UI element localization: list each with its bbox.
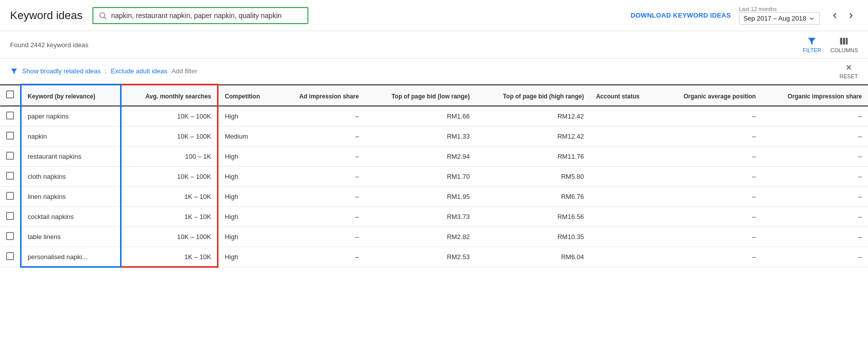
filter-button[interactable]: FILTER [803,36,821,53]
monthly-searches-cell: 100 – 1K [121,147,218,167]
header-checkbox[interactable] [6,90,14,98]
keyword-cell: cloth napkins [21,167,121,187]
filter-bar-icon [10,67,18,75]
monthly-searches-cell: 1K – 10K [121,187,218,207]
exclude-adult-ideas-link[interactable]: Exclude adult ideas [111,67,167,75]
organic-avg-cell: – [658,167,762,187]
table-row: paper napkins 10K – 100K High – RM1.66 R… [0,106,868,127]
top-low-column-header: Top of page bid (low range) [365,85,476,106]
keyword-column-header: Keyword (by relevance) [21,85,121,106]
svg-rect-3 [843,38,845,44]
search-input[interactable] [111,12,302,20]
account-status-cell [590,127,658,147]
top-low-cell: RM3.73 [365,207,476,227]
reset-button[interactable]: ✕ RESET [839,63,858,79]
columns-icon [839,36,849,46]
organic-imp-cell: – [762,247,868,267]
competition-cell: High [218,147,277,167]
competition-cell: High [218,187,277,207]
table-row: cloth napkins 10K – 100K High – RM1.70 R… [0,167,868,187]
row-checkbox-cell[interactable] [0,247,21,267]
subheader: Found 2442 keyword ideas FILTER COLUMNS [0,31,868,59]
add-filter-link[interactable]: Add filter [171,67,197,75]
table-header-row: Keyword (by relevance) Avg. monthly sear… [0,85,868,106]
row-checkbox[interactable] [6,252,14,260]
monthly-searches-cell: 1K – 10K [121,247,218,267]
top-low-cell: RM2.53 [365,247,476,267]
competition-cell: High [218,106,277,127]
organic-imp-cell: – [762,207,868,227]
table-row: linen napkins 1K – 10K High – RM1.95 RM6… [0,187,868,207]
competition-cell: High [218,247,277,267]
row-checkbox-cell[interactable] [0,227,21,247]
organic-avg-cell: – [658,247,762,267]
monthly-searches-column-header: Avg. monthly searches [121,85,218,106]
top-high-cell: RM12.42 [476,106,590,127]
top-high-cell: RM10.35 [476,227,590,247]
row-checkbox[interactable] [6,232,14,240]
checkbox-header[interactable] [0,85,21,106]
row-checkbox-cell[interactable] [0,187,21,207]
row-checkbox[interactable] [6,212,14,220]
monthly-searches-cell: 10K – 100K [121,167,218,187]
ad-impression-column-header: Ad impression share [277,85,365,106]
row-checkbox[interactable] [6,132,14,140]
close-icon: ✕ [845,63,852,72]
organic-avg-cell: – [658,106,762,127]
nav-arrows [828,9,858,23]
competition-column-header: Competition [218,85,277,106]
top-low-cell: RM1.95 [365,187,476,207]
row-checkbox[interactable] [6,111,14,120]
svg-point-0 [100,13,105,18]
ad-impression-cell: – [277,106,365,127]
top-high-cell: RM5.80 [476,167,590,187]
ad-impression-cell: – [277,207,365,227]
svg-rect-4 [846,38,848,44]
account-status-cell [590,106,658,127]
account-status-cell [590,167,658,187]
keyword-cell: restaurant napkins [21,147,121,167]
monthly-searches-cell: 10K – 100K [121,106,218,127]
row-checkbox-cell[interactable] [0,167,21,187]
top-high-column-header: Top of page bid (high range) [476,85,590,106]
row-checkbox-cell[interactable] [0,127,21,147]
table-row: table linens 10K – 100K High – RM2.82 RM… [0,227,868,247]
header: Keyword ideas DOWNLOAD KEYWORD IDEAS Las… [0,0,868,31]
date-selector[interactable]: Sep 2017 – Aug 2018 [739,12,820,25]
organic-avg-cell: – [658,207,762,227]
row-checkbox[interactable] [6,192,14,200]
organic-imp-cell: – [762,106,868,127]
next-arrow[interactable] [844,9,858,23]
row-checkbox[interactable] [6,152,14,160]
download-keyword-ideas-link[interactable]: DOWNLOAD KEYWORD IDEAS [631,12,731,19]
search-box[interactable] [92,7,308,24]
page-title: Keyword ideas [10,9,82,22]
svg-line-1 [104,17,106,19]
ad-impression-cell: – [277,167,365,187]
date-range-value: Sep 2017 – Aug 2018 [743,15,806,22]
top-low-cell: RM1.66 [365,106,476,127]
keyword-cell: linen napkins [21,187,121,207]
columns-button[interactable]: COLUMNS [830,36,858,53]
show-broadly-related-link[interactable]: Show broadly related ideas [22,67,101,75]
row-checkbox-cell[interactable] [0,147,21,167]
keyword-cell: cocktail napkins [21,207,121,227]
row-checkbox-cell[interactable] [0,106,21,127]
svg-rect-2 [840,38,842,44]
ad-impression-cell: – [277,227,365,247]
chevron-down-icon [808,15,815,22]
account-status-cell [590,147,658,167]
monthly-searches-cell: 10K – 100K [121,227,218,247]
organic-imp-cell: – [762,167,868,187]
keyword-cell: paper napkins [21,106,121,127]
competition-cell: High [218,207,277,227]
keywords-table: Keyword (by relevance) Avg. monthly sear… [0,84,868,268]
top-low-cell: RM1.33 [365,127,476,147]
top-high-cell: RM11.76 [476,147,590,167]
prev-arrow[interactable] [828,9,842,23]
row-checkbox-cell[interactable] [0,207,21,227]
table-row: cocktail napkins 1K – 10K High – RM3.73 … [0,207,868,227]
row-checkbox[interactable] [6,172,14,180]
found-keywords-text: Found 2442 keyword ideas [10,41,88,49]
competition-cell: Medium [218,127,277,147]
